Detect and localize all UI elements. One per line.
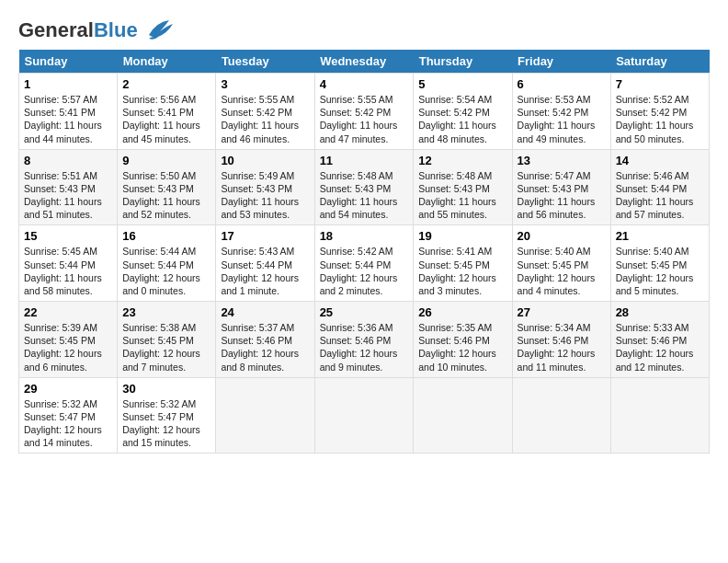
day-info: Sunrise: 5:52 AMSunset: 5:42 PMDaylight:… bbox=[616, 94, 694, 144]
day-info: Sunrise: 5:56 AMSunset: 5:41 PMDaylight:… bbox=[122, 94, 200, 144]
day-number: 3 bbox=[221, 77, 309, 91]
calendar-cell: 3 Sunrise: 5:55 AMSunset: 5:42 PMDayligh… bbox=[216, 74, 314, 150]
logo-general: GeneralBlue bbox=[18, 20, 138, 40]
calendar-week-row: 1 Sunrise: 5:57 AMSunset: 5:41 PMDayligh… bbox=[19, 74, 710, 150]
day-info: Sunrise: 5:55 AMSunset: 5:42 PMDaylight:… bbox=[221, 94, 299, 144]
calendar-cell: 15 Sunrise: 5:45 AMSunset: 5:44 PMDaylig… bbox=[19, 225, 118, 302]
logo: GeneralBlue bbox=[18, 18, 175, 42]
calendar-cell: 28 Sunrise: 5:33 AMSunset: 5:46 PMDaylig… bbox=[610, 302, 709, 378]
calendar-cell: 4 Sunrise: 5:55 AMSunset: 5:42 PMDayligh… bbox=[314, 74, 414, 150]
calendar-cell: 30 Sunrise: 5:32 AMSunset: 5:47 PMDaylig… bbox=[118, 377, 216, 454]
day-info: Sunrise: 5:32 AMSunset: 5:47 PMDaylight:… bbox=[122, 398, 200, 449]
calendar-cell bbox=[414, 377, 512, 454]
day-info: Sunrise: 5:33 AMSunset: 5:46 PMDaylight:… bbox=[616, 322, 694, 373]
calendar-cell: 8 Sunrise: 5:51 AMSunset: 5:43 PMDayligh… bbox=[19, 149, 118, 225]
calendar-week-row: 15 Sunrise: 5:45 AMSunset: 5:44 PMDaylig… bbox=[19, 225, 710, 302]
calendar-cell: 26 Sunrise: 5:35 AMSunset: 5:46 PMDaylig… bbox=[414, 302, 512, 378]
day-info: Sunrise: 5:51 AMSunset: 5:43 PMDaylight:… bbox=[24, 170, 102, 221]
calendar-cell: 12 Sunrise: 5:48 AMSunset: 5:43 PMDaylig… bbox=[414, 149, 512, 225]
calendar-cell bbox=[512, 377, 610, 454]
calendar-cell: 5 Sunrise: 5:54 AMSunset: 5:42 PMDayligh… bbox=[414, 74, 512, 150]
day-number: 24 bbox=[221, 305, 309, 319]
day-number: 7 bbox=[616, 77, 704, 91]
day-info: Sunrise: 5:41 AMSunset: 5:45 PMDaylight:… bbox=[418, 246, 496, 296]
day-info: Sunrise: 5:35 AMSunset: 5:46 PMDaylight:… bbox=[418, 322, 496, 373]
day-number: 20 bbox=[518, 229, 606, 243]
day-number: 4 bbox=[320, 77, 409, 91]
day-info: Sunrise: 5:57 AMSunset: 5:41 PMDaylight:… bbox=[24, 94, 102, 144]
calendar-cell: 9 Sunrise: 5:50 AMSunset: 5:43 PMDayligh… bbox=[118, 149, 216, 225]
day-info: Sunrise: 5:53 AMSunset: 5:42 PMDaylight:… bbox=[518, 94, 596, 144]
day-info: Sunrise: 5:34 AMSunset: 5:46 PMDaylight:… bbox=[518, 322, 596, 373]
calendar-cell bbox=[216, 377, 314, 454]
calendar-header-row: SundayMondayTuesdayWednesdayThursdayFrid… bbox=[19, 50, 710, 74]
day-number: 15 bbox=[24, 229, 112, 243]
day-info: Sunrise: 5:54 AMSunset: 5:42 PMDaylight:… bbox=[418, 94, 496, 144]
weekday-header-wednesday: Wednesday bbox=[314, 50, 414, 74]
calendar-cell: 27 Sunrise: 5:34 AMSunset: 5:46 PMDaylig… bbox=[512, 302, 610, 378]
calendar-cell: 6 Sunrise: 5:53 AMSunset: 5:42 PMDayligh… bbox=[512, 74, 610, 150]
calendar-cell bbox=[610, 377, 709, 454]
day-number: 23 bbox=[122, 305, 210, 319]
day-number: 25 bbox=[320, 305, 409, 319]
calendar-cell: 29 Sunrise: 5:32 AMSunset: 5:47 PMDaylig… bbox=[19, 377, 118, 454]
day-number: 13 bbox=[518, 154, 606, 167]
day-info: Sunrise: 5:40 AMSunset: 5:45 PMDaylight:… bbox=[616, 246, 694, 296]
day-number: 1 bbox=[24, 77, 112, 91]
day-number: 29 bbox=[24, 382, 112, 396]
day-number: 12 bbox=[418, 154, 506, 167]
day-info: Sunrise: 5:45 AMSunset: 5:44 PMDaylight:… bbox=[24, 246, 102, 296]
weekday-header-thursday: Thursday bbox=[414, 50, 512, 74]
calendar-week-row: 8 Sunrise: 5:51 AMSunset: 5:43 PMDayligh… bbox=[19, 149, 710, 225]
calendar-cell: 22 Sunrise: 5:39 AMSunset: 5:45 PMDaylig… bbox=[19, 302, 118, 378]
day-number: 27 bbox=[518, 305, 606, 319]
day-number: 9 bbox=[122, 154, 210, 167]
day-info: Sunrise: 5:48 AMSunset: 5:43 PMDaylight:… bbox=[320, 170, 398, 221]
calendar-cell: 23 Sunrise: 5:38 AMSunset: 5:45 PMDaylig… bbox=[118, 302, 216, 378]
day-number: 11 bbox=[320, 154, 409, 167]
calendar-cell: 17 Sunrise: 5:43 AMSunset: 5:44 PMDaylig… bbox=[216, 225, 314, 302]
day-number: 16 bbox=[122, 229, 210, 243]
calendar-cell: 7 Sunrise: 5:52 AMSunset: 5:42 PMDayligh… bbox=[610, 74, 709, 150]
weekday-header-sunday: Sunday bbox=[19, 50, 118, 74]
day-number: 30 bbox=[122, 382, 210, 396]
calendar-cell: 1 Sunrise: 5:57 AMSunset: 5:41 PMDayligh… bbox=[19, 74, 118, 150]
day-number: 8 bbox=[24, 154, 112, 167]
day-number: 5 bbox=[418, 77, 506, 91]
day-number: 21 bbox=[616, 229, 704, 243]
day-number: 18 bbox=[320, 229, 409, 243]
logo-bird-icon bbox=[142, 18, 175, 42]
weekday-header-monday: Monday bbox=[118, 50, 216, 74]
calendar-cell: 25 Sunrise: 5:36 AMSunset: 5:46 PMDaylig… bbox=[314, 302, 414, 378]
calendar-week-row: 22 Sunrise: 5:39 AMSunset: 5:45 PMDaylig… bbox=[19, 302, 710, 378]
day-number: 2 bbox=[122, 77, 210, 91]
weekday-header-friday: Friday bbox=[512, 50, 610, 74]
weekday-header-saturday: Saturday bbox=[610, 50, 709, 74]
calendar-week-row: 29 Sunrise: 5:32 AMSunset: 5:47 PMDaylig… bbox=[19, 377, 710, 454]
day-info: Sunrise: 5:44 AMSunset: 5:44 PMDaylight:… bbox=[122, 246, 200, 296]
day-info: Sunrise: 5:46 AMSunset: 5:44 PMDaylight:… bbox=[616, 170, 694, 221]
calendar-cell: 13 Sunrise: 5:47 AMSunset: 5:43 PMDaylig… bbox=[512, 149, 610, 225]
day-number: 14 bbox=[616, 154, 704, 167]
calendar-cell: 2 Sunrise: 5:56 AMSunset: 5:41 PMDayligh… bbox=[118, 74, 216, 150]
day-info: Sunrise: 5:39 AMSunset: 5:45 PMDaylight:… bbox=[24, 322, 102, 373]
day-number: 22 bbox=[24, 305, 112, 319]
day-number: 17 bbox=[221, 229, 309, 243]
day-number: 26 bbox=[418, 305, 506, 319]
calendar-cell: 24 Sunrise: 5:37 AMSunset: 5:46 PMDaylig… bbox=[216, 302, 314, 378]
day-info: Sunrise: 5:42 AMSunset: 5:44 PMDaylight:… bbox=[320, 246, 398, 296]
calendar-cell: 10 Sunrise: 5:49 AMSunset: 5:43 PMDaylig… bbox=[216, 149, 314, 225]
day-info: Sunrise: 5:47 AMSunset: 5:43 PMDaylight:… bbox=[518, 170, 596, 221]
calendar-table: SundayMondayTuesdayWednesdayThursdayFrid… bbox=[18, 50, 710, 454]
day-number: 6 bbox=[518, 77, 606, 91]
calendar-cell: 21 Sunrise: 5:40 AMSunset: 5:45 PMDaylig… bbox=[610, 225, 709, 302]
calendar-cell: 11 Sunrise: 5:48 AMSunset: 5:43 PMDaylig… bbox=[314, 149, 414, 225]
day-info: Sunrise: 5:40 AMSunset: 5:45 PMDaylight:… bbox=[518, 246, 596, 296]
day-info: Sunrise: 5:50 AMSunset: 5:43 PMDaylight:… bbox=[122, 170, 200, 221]
day-info: Sunrise: 5:37 AMSunset: 5:46 PMDaylight:… bbox=[221, 322, 299, 373]
day-number: 19 bbox=[418, 229, 506, 243]
weekday-header-tuesday: Tuesday bbox=[216, 50, 314, 74]
day-info: Sunrise: 5:32 AMSunset: 5:47 PMDaylight:… bbox=[24, 398, 102, 449]
day-info: Sunrise: 5:48 AMSunset: 5:43 PMDaylight:… bbox=[418, 170, 496, 221]
calendar-cell: 20 Sunrise: 5:40 AMSunset: 5:45 PMDaylig… bbox=[512, 225, 610, 302]
